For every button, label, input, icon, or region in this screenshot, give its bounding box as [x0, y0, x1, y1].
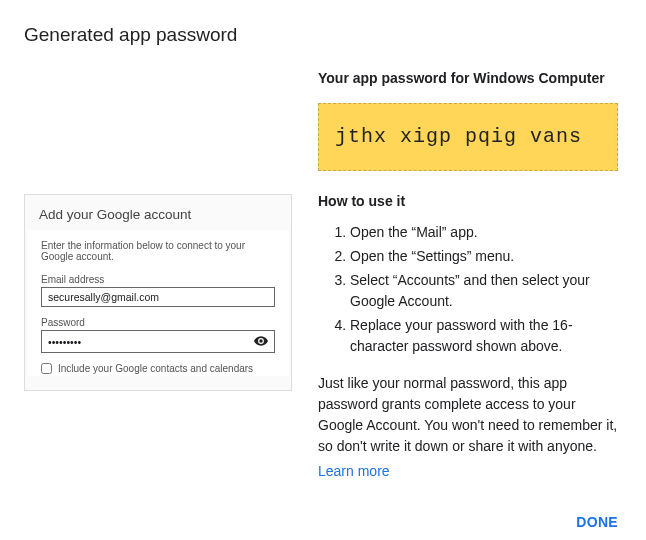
dialog-title: Generated app password — [24, 24, 618, 46]
howto-heading: How to use it — [318, 191, 618, 212]
howto-step: Open the “Settings” menu. — [350, 246, 618, 267]
howto-steps: Open the “Mail” app. Open the “Settings”… — [318, 222, 618, 357]
app-password-heading: Your app password for Windows Computer — [318, 68, 618, 89]
email-value: securesally@gmail.com — [48, 291, 159, 303]
howto-step: Replace your password with the 16-charac… — [350, 315, 618, 357]
reveal-password-icon — [254, 334, 268, 349]
include-contacts-label: Include your Google contacts and calenda… — [58, 363, 253, 374]
password-value: ••••••••• — [48, 336, 81, 348]
learn-more-link[interactable]: Learn more — [318, 463, 390, 479]
howto-step: Open the “Mail” app. — [350, 222, 618, 243]
email-field: securesally@gmail.com — [41, 287, 275, 307]
account-box-title: Add your Google account — [27, 197, 289, 230]
email-label: Email address — [41, 274, 275, 285]
howto-step: Select “Accounts” and then select your G… — [350, 270, 618, 312]
include-contacts-checkbox — [41, 363, 52, 374]
include-contacts-checkbox-row: Include your Google contacts and calenda… — [41, 363, 275, 374]
password-label: Password — [41, 317, 275, 328]
security-note: Just like your normal password, this app… — [318, 373, 618, 457]
account-preview-box: Add your Google account Enter the inform… — [24, 194, 292, 391]
done-button[interactable]: DONE — [576, 514, 618, 530]
generated-password: jthx xigp pqig vans — [318, 103, 618, 171]
password-field: ••••••••• — [41, 330, 275, 353]
account-box-description: Enter the information below to connect t… — [41, 240, 275, 262]
